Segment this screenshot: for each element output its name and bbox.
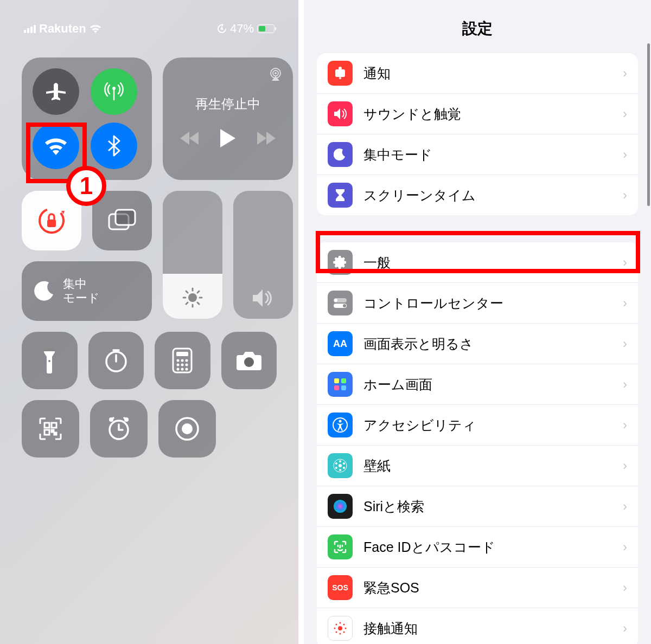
svg-point-47 — [182, 423, 193, 434]
camera-icon — [235, 350, 263, 371]
settings-label: 接触通知 — [363, 620, 612, 637]
svg-point-79 — [334, 628, 336, 629]
svg-point-18 — [48, 360, 50, 362]
lock-rotation-icon — [217, 24, 227, 34]
status-bar: Rakuten 47% — [22, 22, 277, 36]
svg-point-29 — [186, 364, 188, 366]
wifi-status-icon — [90, 24, 101, 33]
svg-point-78 — [336, 632, 337, 633]
focus-mode-button[interactable]: 集中 モード — [22, 261, 152, 321]
qr-scanner-button[interactable] — [22, 400, 79, 458]
chevron-right-icon: › — [623, 580, 627, 595]
svg-point-76 — [343, 632, 345, 633]
settings-row-speaker[interactable]: サウンドと触覚 › — [317, 94, 638, 134]
rewind-button[interactable] — [180, 132, 199, 145]
faceid-icon — [328, 534, 353, 559]
bluetooth-toggle[interactable] — [91, 123, 137, 169]
settings-label: 集中モード — [363, 146, 612, 164]
settings-row-accessibility[interactable]: アクセシビリティ › — [317, 405, 638, 446]
svg-point-32 — [186, 368, 188, 371]
alarm-button[interactable] — [90, 400, 148, 458]
forward-button[interactable] — [257, 132, 276, 145]
svg-rect-37 — [52, 430, 54, 432]
settings-label: サウンドと触覚 — [363, 105, 612, 123]
svg-rect-35 — [52, 423, 56, 428]
svg-point-31 — [181, 368, 184, 371]
settings-label: 通知 — [363, 65, 612, 82]
sos-icon: SOS — [328, 575, 353, 600]
chevron-right-icon: › — [623, 417, 627, 433]
svg-point-67 — [335, 467, 337, 469]
settings-row-gear[interactable]: 一般 › — [317, 242, 638, 283]
moon-icon — [34, 280, 55, 302]
switches-icon — [328, 291, 353, 315]
scroll-indicator[interactable] — [647, 43, 650, 206]
focus-label: 集中 モード — [63, 277, 100, 306]
cellular-toggle[interactable] — [91, 68, 137, 115]
settings-row-siri[interactable]: Siriと検索 › — [317, 486, 638, 527]
play-button[interactable] — [220, 129, 235, 147]
svg-point-64 — [343, 462, 345, 465]
settings-row-wallpaper[interactable]: 壁紙 › — [317, 446, 638, 486]
settings-label: Siriと検索 — [363, 498, 612, 516]
svg-rect-23 — [176, 352, 188, 356]
svg-line-13 — [186, 291, 188, 293]
calculator-button[interactable] — [155, 332, 210, 389]
screen-record-button[interactable] — [158, 400, 216, 458]
svg-point-80 — [336, 624, 337, 626]
settings-row-faceid[interactable]: Face IDとパスコード › — [317, 527, 638, 568]
sun-icon — [182, 287, 203, 308]
svg-point-66 — [339, 469, 341, 471]
camera-button[interactable] — [221, 332, 277, 389]
settings-row-home-grid[interactable]: ホーム画面 › — [317, 364, 638, 405]
airplane-mode-toggle[interactable] — [33, 68, 79, 115]
svg-point-68 — [335, 462, 337, 465]
airplay-icon[interactable] — [268, 67, 283, 81]
home-grid-icon — [328, 372, 353, 397]
svg-point-49 — [339, 67, 342, 70]
chevron-right-icon: › — [623, 106, 627, 121]
chevron-right-icon: › — [623, 188, 627, 203]
settings-label: アクセシビリティ — [363, 416, 612, 434]
settings-row-exposure[interactable]: 接触通知 › — [317, 608, 638, 644]
chevron-right-icon: › — [623, 147, 627, 162]
battery-icon — [257, 24, 275, 33]
calculator-icon — [172, 347, 193, 373]
svg-rect-48 — [335, 69, 345, 77]
timer-button[interactable] — [88, 332, 144, 389]
svg-point-26 — [186, 359, 188, 362]
media-panel[interactable]: 再生停止中 — [163, 57, 293, 180]
chevron-right-icon: › — [623, 66, 627, 81]
volume-icon — [252, 288, 275, 308]
settings-group-1: 通知 › サウンドと触覚 › 集中モード › スクリーンタイム › — [317, 53, 638, 215]
svg-point-77 — [340, 633, 341, 635]
settings-label: Face IDとパスコード — [363, 538, 612, 556]
brightness-slider[interactable] — [163, 191, 222, 319]
svg-point-52 — [334, 299, 337, 302]
settings-row-hourglass[interactable]: スクリーンタイム › — [317, 175, 638, 215]
screen-mirroring-button[interactable] — [92, 191, 152, 250]
mirror-icon — [108, 209, 136, 233]
settings-group-2: 一般 › コントロールセンター › AA 画面表示と明るさ › ホーム画面 › … — [317, 242, 638, 644]
settings-row-sos[interactable]: SOS 緊急SOS › — [317, 568, 638, 608]
battery-percent: 47% — [230, 22, 254, 36]
accessibility-icon — [328, 413, 353, 437]
chevron-right-icon: › — [623, 336, 627, 351]
settings-row-text-size[interactable]: AA 画面表示と明るさ › — [317, 324, 638, 364]
svg-point-54 — [343, 304, 346, 307]
record-icon — [175, 416, 200, 441]
wifi-toggle[interactable] — [33, 123, 79, 169]
settings-label: 一般 — [363, 254, 612, 272]
svg-point-72 — [338, 626, 342, 630]
flashlight-button[interactable] — [22, 332, 78, 389]
svg-point-27 — [177, 364, 180, 366]
settings-row-moon[interactable]: 集中モード › — [317, 134, 638, 175]
qr-icon — [38, 416, 63, 441]
volume-slider[interactable] — [233, 191, 293, 319]
svg-point-75 — [345, 628, 347, 629]
exposure-icon — [328, 616, 353, 641]
settings-row-switches[interactable]: コントロールセンター › — [317, 283, 638, 324]
settings-row-bell[interactable]: 通知 › — [317, 53, 638, 94]
svg-point-8 — [188, 293, 197, 302]
connectivity-panel[interactable] — [22, 57, 152, 180]
